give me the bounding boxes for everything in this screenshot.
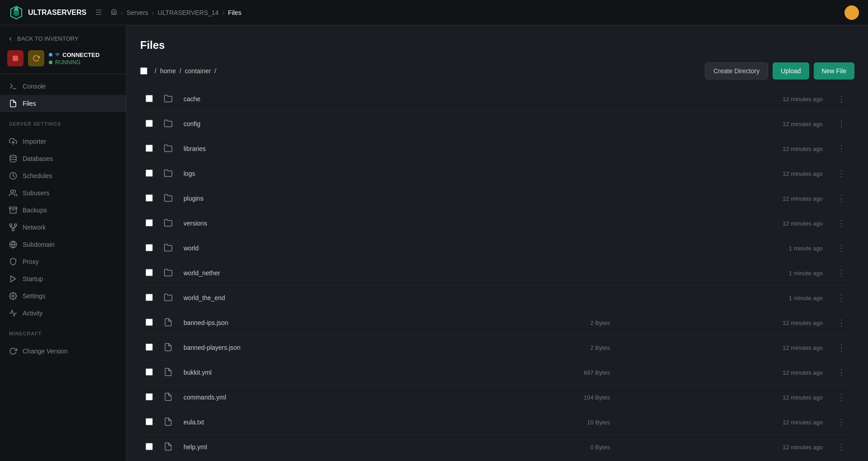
path-nav: / home / container / [140, 67, 216, 75]
row-actions: ⋮ [828, 360, 854, 385]
avatar[interactable] [844, 5, 859, 20]
breadcrumb-servers[interactable]: Servers [127, 9, 148, 16]
table-row[interactable]: bukkit.yml 697 Bytes 12 minutes ago ⋮ [140, 360, 854, 385]
sidebar-item-files[interactable]: Files [0, 95, 126, 112]
row-checkbox[interactable] [146, 269, 153, 276]
table-row[interactable]: help.yml 0 Bytes 12 minutes ago ⋮ [140, 435, 854, 460]
table-row[interactable]: commands.yml 104 Bytes 12 minutes ago ⋮ [140, 385, 854, 410]
row-name[interactable]: world_nether [178, 261, 461, 286]
row-checkbox[interactable] [146, 244, 153, 251]
table-row[interactable]: plugins 12 minutes ago ⋮ [140, 186, 854, 211]
table-row[interactable]: world_the_end 1 minute ago ⋮ [140, 286, 854, 310]
sidebar-item-subusers[interactable]: Subusers [0, 184, 126, 202]
table-row[interactable]: cache 12 minutes ago ⋮ [140, 87, 854, 112]
sidebar-item-change-version[interactable]: Change Version [0, 343, 126, 360]
row-modified: 12 minutes ago [615, 112, 828, 136]
sidebar-item-startup[interactable]: Startup [0, 270, 126, 287]
row-size [461, 87, 615, 112]
row-name[interactable]: config [178, 112, 461, 136]
sidebar-item-databases[interactable]: Databases [0, 150, 126, 167]
sidebar-item-backups[interactable]: Backups [0, 202, 126, 219]
sidebar-item-console[interactable]: Console [0, 78, 126, 95]
row-more-button[interactable]: ⋮ [834, 92, 849, 106]
create-directory-button[interactable]: Create Directory [705, 62, 768, 80]
row-checkbox[interactable] [146, 343, 153, 351]
table-row[interactable]: banned-ips.json 2 Bytes 12 minutes ago ⋮ [140, 310, 854, 335]
row-actions: ⋮ [828, 286, 854, 310]
row-checkbox[interactable] [146, 219, 153, 226]
row-name[interactable]: world_the_end [178, 286, 461, 310]
files-header: / home / container / Create Directory Up… [140, 62, 854, 80]
row-more-button[interactable]: ⋮ [834, 167, 849, 180]
row-checkbox[interactable] [146, 145, 153, 152]
table-row[interactable]: world 1 minute ago ⋮ [140, 236, 854, 261]
table-row[interactable]: libraries 12 minutes ago ⋮ [140, 136, 854, 161]
row-name[interactable]: banned-players.json [178, 335, 461, 360]
row-checkbox[interactable] [146, 393, 153, 400]
new-file-button[interactable]: New File [814, 62, 854, 80]
sidebar-item-proxy[interactable]: Proxy [0, 253, 126, 270]
sidebar-item-network[interactable]: Network [0, 219, 126, 236]
row-name[interactable]: bukkit.yml [178, 360, 461, 385]
row-checkbox[interactable] [146, 194, 153, 202]
row-name[interactable]: cache [178, 87, 461, 112]
back-to-inventory-button[interactable]: BACK TO INVENTORY [7, 33, 119, 45]
select-all-checkbox[interactable] [140, 67, 147, 75]
sidebar-item-activity[interactable]: Activity [0, 305, 126, 322]
table-row[interactable]: config 12 minutes ago ⋮ [140, 112, 854, 136]
row-name[interactable]: libraries [178, 136, 461, 161]
row-size [461, 136, 615, 161]
row-checkbox[interactable] [146, 120, 153, 127]
row-more-button[interactable]: ⋮ [834, 117, 849, 131]
layout: BACK TO INVENTORY CONNECTED RUNNING [0, 25, 868, 461]
path-container[interactable]: container [185, 67, 211, 75]
row-name[interactable]: banned-ips.json [178, 310, 461, 335]
row-checkbox[interactable] [146, 95, 153, 102]
row-name[interactable]: versions [178, 211, 461, 236]
row-more-button[interactable]: ⋮ [834, 266, 849, 280]
stop-button[interactable] [7, 50, 24, 66]
row-more-button[interactable]: ⋮ [834, 142, 849, 155]
row-checkbox[interactable] [146, 294, 153, 301]
row-name[interactable]: plugins [178, 186, 461, 211]
restart-button[interactable] [28, 50, 44, 66]
row-size [461, 112, 615, 136]
sidebar-item-schedules[interactable]: Schedules [0, 167, 126, 184]
row-checkbox[interactable] [146, 368, 153, 376]
row-more-button[interactable]: ⋮ [834, 341, 849, 354]
row-name[interactable]: eula.txt [178, 410, 461, 435]
row-icon-cell [158, 236, 178, 261]
path-home[interactable]: home [160, 67, 176, 75]
table-row[interactable]: eula.txt 10 Bytes 12 minutes ago ⋮ [140, 410, 854, 435]
table-row[interactable]: banned-players.json 2 Bytes 12 minutes a… [140, 335, 854, 360]
row-name[interactable]: commands.yml [178, 385, 461, 410]
sidebar-item-settings[interactable]: Settings [0, 287, 126, 305]
upload-button[interactable]: Upload [773, 62, 809, 80]
table-row[interactable]: world_nether 1 minute ago ⋮ [140, 261, 854, 286]
row-name[interactable]: world [178, 236, 461, 261]
nav-collapse-icon[interactable]: ☰ [95, 8, 102, 17]
row-icon-cell [158, 112, 178, 136]
row-name[interactable]: help.yml [178, 435, 461, 460]
row-more-button[interactable]: ⋮ [834, 241, 849, 255]
breadcrumb-home-icon[interactable] [111, 9, 117, 16]
row-name[interactable]: logs [178, 161, 461, 186]
row-checkbox[interactable] [146, 319, 153, 326]
row-more-button[interactable]: ⋮ [834, 415, 849, 429]
row-more-button[interactable]: ⋮ [834, 390, 849, 404]
row-checkbox[interactable] [146, 169, 153, 177]
row-more-button[interactable]: ⋮ [834, 440, 849, 454]
sidebar-label: Proxy [23, 258, 39, 265]
row-more-button[interactable]: ⋮ [834, 316, 849, 329]
row-more-button[interactable]: ⋮ [834, 216, 849, 230]
row-more-button[interactable]: ⋮ [834, 291, 849, 305]
table-row[interactable]: logs 12 minutes ago ⋮ [140, 161, 854, 186]
sidebar-item-subdomain[interactable]: Subdomain [0, 236, 126, 253]
row-more-button[interactable]: ⋮ [834, 366, 849, 379]
table-row[interactable]: versions 12 minutes ago ⋮ [140, 211, 854, 236]
row-checkbox[interactable] [146, 418, 153, 425]
sidebar-item-importer[interactable]: Importer [0, 133, 126, 150]
breadcrumb-server-name[interactable]: ULTRASERVERS_14 [158, 9, 219, 16]
row-checkbox[interactable] [146, 443, 153, 450]
row-more-button[interactable]: ⋮ [834, 192, 849, 205]
